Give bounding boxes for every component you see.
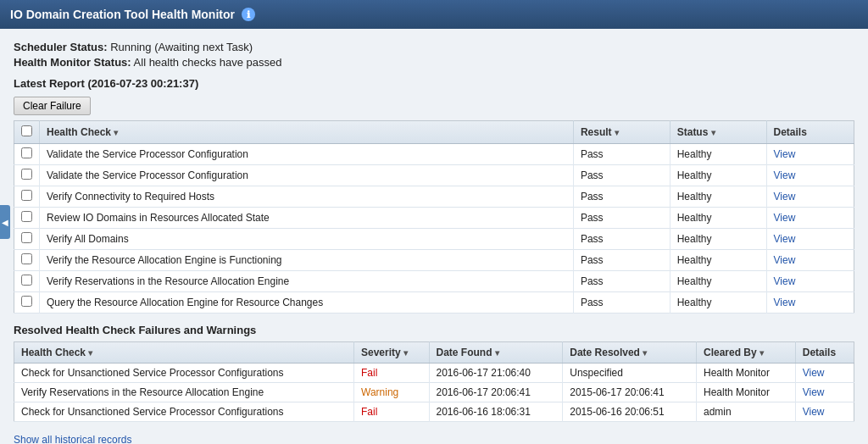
- resolved-table-header: Health Check ▾ Severity ▾ Date Found ▾ D…: [14, 342, 854, 364]
- resolved-header-cleared-by[interactable]: Cleared By ▾: [697, 342, 796, 364]
- table-row: Verify All Domains Pass Healthy View: [14, 229, 854, 250]
- resolved-cleared-by: Health Monitor: [697, 383, 796, 402]
- row-health-check: Query the Resource Allocation Engine for…: [40, 292, 574, 314]
- resolved-date-resolved: 2015-06-16 20:06:51: [563, 402, 697, 422]
- row-checkbox-cell[interactable]: [14, 208, 40, 229]
- row-checkbox-cell[interactable]: [14, 271, 40, 292]
- resolved-header-severity[interactable]: Severity ▾: [354, 342, 429, 364]
- resolved-severity: Fail: [354, 364, 429, 383]
- row-details[interactable]: View: [766, 165, 854, 186]
- view-link[interactable]: View: [774, 191, 796, 203]
- row-health-check: Verify the Resource Allocation Engine is…: [40, 250, 574, 271]
- row-details[interactable]: View: [766, 250, 854, 271]
- row-result: Pass: [573, 271, 670, 292]
- row-checkbox-cell[interactable]: [14, 165, 40, 186]
- title-text: IO Domain Creation Tool Health Monitor: [10, 8, 235, 21]
- row-result: Pass: [573, 165, 670, 186]
- table-row: Verify the Resource Allocation Engine is…: [14, 250, 854, 271]
- resolved-date-resolved: Unspecified: [563, 364, 697, 383]
- health-check-table: Health Check ▾ Result ▾ Status ▾ Details…: [14, 120, 854, 314]
- row-checkbox[interactable]: [21, 190, 32, 201]
- info-icon[interactable]: ℹ: [242, 8, 255, 21]
- header-details: Details: [766, 121, 854, 144]
- row-checkbox[interactable]: [21, 253, 32, 264]
- table-row: Validate the Service Processor Configura…: [14, 165, 854, 186]
- row-checkbox-cell[interactable]: [14, 292, 40, 314]
- resolved-table-row: Check for Unsanctioned Service Processor…: [14, 364, 854, 383]
- row-health-check: Validate the Service Processor Configura…: [40, 165, 574, 186]
- view-link[interactable]: View: [774, 148, 796, 160]
- row-details[interactable]: View: [766, 271, 854, 292]
- resolved-view-link[interactable]: View: [803, 367, 825, 379]
- view-link[interactable]: View: [774, 254, 796, 266]
- row-health-check: Verify All Domains: [40, 229, 574, 250]
- row-details[interactable]: View: [766, 229, 854, 250]
- row-status: Healthy: [670, 271, 766, 292]
- view-link[interactable]: View: [774, 212, 796, 224]
- row-checkbox-cell[interactable]: [14, 250, 40, 271]
- resolved-health-check: Check for Unsanctioned Service Processor…: [14, 364, 354, 383]
- row-result: Pass: [573, 250, 670, 271]
- row-result: Pass: [573, 292, 670, 314]
- resolved-severity: Fail: [354, 402, 429, 422]
- row-details[interactable]: View: [766, 144, 854, 165]
- health-check-table-body: Validate the Service Processor Configura…: [14, 144, 854, 314]
- resolved-header-date-found[interactable]: Date Found ▾: [429, 342, 563, 364]
- resolved-cleared-by: admin: [697, 402, 796, 422]
- select-all-checkbox[interactable]: [21, 125, 32, 136]
- row-health-check: Validate the Service Processor Configura…: [40, 144, 574, 165]
- show-all-records-link[interactable]: Show all historical records: [14, 434, 131, 444]
- row-status: Healthy: [670, 292, 766, 314]
- resolved-header-health-check[interactable]: Health Check ▾: [14, 342, 354, 364]
- health-monitor-status: Health Monitor Status: All health checks…: [14, 56, 854, 69]
- resolved-table-row: Check for Unsanctioned Service Processor…: [14, 402, 854, 422]
- table-row: Verify Reservations in the Resource Allo…: [14, 271, 854, 292]
- resolved-view-link[interactable]: View: [803, 406, 825, 418]
- view-link[interactable]: View: [774, 233, 796, 245]
- row-details[interactable]: View: [766, 292, 854, 314]
- clear-failure-button[interactable]: Clear Failure: [14, 97, 91, 115]
- health-monitor-value: All health checks have passed: [134, 56, 282, 69]
- row-checkbox[interactable]: [21, 275, 32, 286]
- resolved-details[interactable]: View: [795, 364, 854, 383]
- header-result[interactable]: Result ▾: [573, 121, 670, 144]
- row-health-check: Verify Connectivity to Required Hosts: [40, 186, 574, 208]
- table-row: Query the Resource Allocation Engine for…: [14, 292, 854, 314]
- header-health-check[interactable]: Health Check ▾: [40, 121, 574, 144]
- resolved-health-check: Check for Unsanctioned Service Processor…: [14, 402, 354, 422]
- health-monitor-label: Health Monitor Status:: [14, 56, 131, 69]
- view-link[interactable]: View: [774, 275, 796, 287]
- resolved-details[interactable]: View: [795, 383, 854, 402]
- latest-report-label: Latest Report (2016-07-23 00:21:37): [14, 77, 854, 90]
- report-label-text: Latest Report: [14, 77, 85, 90]
- scheduler-value: Running (Awaiting next Task): [110, 41, 253, 53]
- resolved-table-body: Check for Unsanctioned Service Processor…: [14, 364, 854, 422]
- resolved-severity: Warning: [354, 383, 429, 402]
- row-checkbox-cell[interactable]: [14, 144, 40, 165]
- view-link[interactable]: View: [774, 297, 796, 308]
- row-checkbox-cell[interactable]: [14, 229, 40, 250]
- row-checkbox[interactable]: [21, 296, 32, 307]
- row-details[interactable]: View: [766, 186, 854, 208]
- row-checkbox[interactable]: [21, 147, 32, 158]
- resolved-header-date-resolved[interactable]: Date Resolved ▾: [563, 342, 697, 364]
- row-result: Pass: [573, 186, 670, 208]
- header-checkbox-col: [14, 121, 40, 144]
- row-checkbox-cell[interactable]: [14, 186, 40, 208]
- row-checkbox[interactable]: [21, 211, 32, 222]
- row-result: Pass: [573, 144, 670, 165]
- view-link[interactable]: View: [774, 169, 796, 181]
- row-details[interactable]: View: [766, 208, 854, 229]
- row-checkbox[interactable]: [21, 232, 32, 243]
- table-row: Review IO Domains in Resources Allocated…: [14, 208, 854, 229]
- row-checkbox[interactable]: [21, 169, 32, 180]
- resolved-view-link[interactable]: View: [803, 386, 825, 398]
- resolved-header-details: Details: [795, 342, 854, 364]
- resolved-details[interactable]: View: [795, 402, 854, 422]
- header-status[interactable]: Status ▾: [670, 121, 766, 144]
- scheduler-label: Scheduler Status:: [14, 41, 108, 53]
- health-check-table-header: Health Check ▾ Result ▾ Status ▾ Details: [14, 121, 854, 144]
- tab-arrow[interactable]: ◀: [0, 205, 10, 239]
- row-status: Healthy: [670, 250, 766, 271]
- table-row: Validate the Service Processor Configura…: [14, 144, 854, 165]
